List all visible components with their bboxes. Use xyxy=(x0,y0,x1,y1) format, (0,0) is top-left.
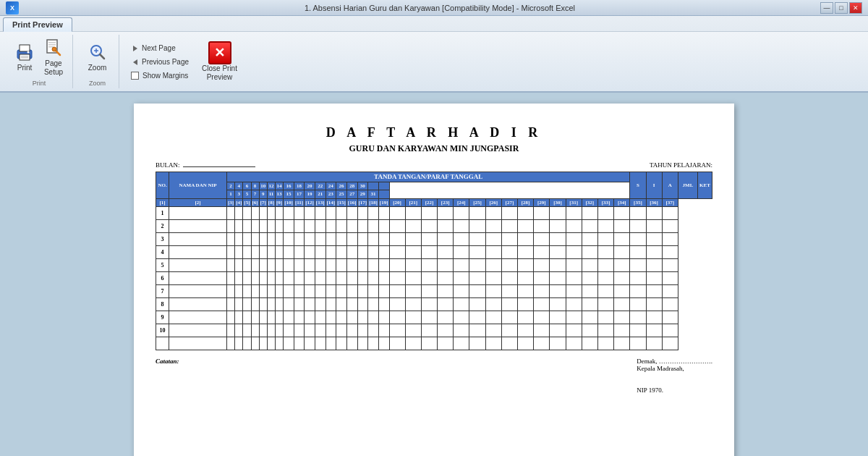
svg-rect-7 xyxy=(48,42,56,43)
paper: D A F T A R H A D I R GURU DAN KARYAWAN … xyxy=(134,104,734,456)
bulan-label: BULAN: xyxy=(156,161,180,169)
date-9: 9 xyxy=(259,190,267,198)
svg-rect-1 xyxy=(20,45,30,51)
zoom-button[interactable]: Zoom xyxy=(85,41,111,74)
idx-1: [1] xyxy=(156,198,169,206)
show-margins-button[interactable]: Show Margins xyxy=(128,70,192,81)
date-6: 6 xyxy=(243,182,251,190)
idx-7: [7] xyxy=(259,198,267,206)
attendance-table: NO. NAMA DAN NIP TANDA TANGAN/PARAF TANG… xyxy=(156,172,712,350)
idx-35: [35] xyxy=(630,198,646,206)
doc-title: D A F T A R H A D I R xyxy=(156,125,712,140)
date-19: 19 xyxy=(305,190,315,198)
a-header: A xyxy=(662,172,678,199)
table-row: 10 xyxy=(156,324,712,337)
bulan-value xyxy=(183,166,255,167)
ribbon: Print Preview Print xyxy=(0,16,868,93)
zoom-group-buttons: Zoom xyxy=(85,36,111,78)
idx-2: [2] xyxy=(169,198,227,206)
close-print-icon: ✕ xyxy=(208,41,231,64)
row-name-7 xyxy=(169,284,227,297)
previous-page-label: Previous Page xyxy=(142,58,189,66)
date-2: 2 xyxy=(227,182,235,190)
idx-9: [9] xyxy=(276,198,284,206)
idx-20: [20] xyxy=(389,198,405,206)
idx-27: [27] xyxy=(501,198,517,206)
idx-4: [4] xyxy=(235,198,243,206)
idx-32: [32] xyxy=(582,198,597,206)
date-24: 24 xyxy=(326,182,336,190)
zoom-label: Zoom xyxy=(88,64,107,72)
row-no-8: 8 xyxy=(156,297,169,311)
table-row: 5 xyxy=(156,258,712,271)
page-setup-icon xyxy=(43,38,64,58)
svg-line-15 xyxy=(100,54,104,59)
jml-header: JML xyxy=(678,172,697,199)
show-margins-checkbox xyxy=(131,72,139,80)
idx-25: [25] xyxy=(469,198,485,206)
svg-rect-3 xyxy=(21,56,28,57)
next-page-label: Next Page xyxy=(142,44,176,52)
idx-31: [31] xyxy=(566,198,582,206)
idx-24: [24] xyxy=(454,198,469,206)
tahun-label: TAHUN PELAJARAN: xyxy=(650,161,712,169)
idx-37: [37] xyxy=(662,198,678,206)
idx-29: [29] xyxy=(534,198,550,206)
demak-text: Demak, ……………………. xyxy=(637,358,712,365)
table-row: 7 xyxy=(156,284,712,297)
row-name-1 xyxy=(169,206,227,219)
row-no-5: 5 xyxy=(156,258,169,271)
bulan-field: BULAN: xyxy=(156,161,255,169)
page-setup-button[interactable]: PageSetup xyxy=(41,36,67,78)
zoom-group-label: Zoom xyxy=(89,80,106,87)
row-name-5 xyxy=(169,258,227,271)
footer: Catatan: Demak, ……………………. Kepala Madrasa… xyxy=(156,358,712,394)
row-no-7: 7 xyxy=(156,284,169,297)
close-print-preview-button[interactable]: ✕ Close PrintPreview xyxy=(197,40,242,83)
row-name-3 xyxy=(169,232,227,245)
row-no-10: 10 xyxy=(156,324,169,337)
catatan-section: Catatan: xyxy=(156,358,179,394)
ribbon-tab-bar: Print Preview xyxy=(0,16,868,31)
table-row: 1 xyxy=(156,206,712,219)
preview-nav: Next Page Previous Page Show Margins xyxy=(128,43,192,81)
previous-page-button[interactable]: Previous Page xyxy=(128,56,192,68)
minimize-button[interactable]: — xyxy=(820,2,833,14)
table-row: 3 xyxy=(156,232,712,245)
idx-3: [3] xyxy=(227,198,235,206)
idx-23: [23] xyxy=(438,198,454,206)
print-group: Print PageSetup xyxy=(6,35,73,88)
doc-meta: BULAN: TAHUN PELAJARAN: xyxy=(156,161,712,169)
close-button[interactable]: ✕ xyxy=(849,2,862,14)
date-21: 21 xyxy=(315,190,326,198)
doc-subtitle: GURU DAN KARYAWAN MIN JUNGPASIR xyxy=(156,143,712,154)
date-29: 29 xyxy=(357,190,368,198)
date-4: 4 xyxy=(235,182,243,190)
idx-36: [36] xyxy=(646,198,662,206)
row-no-1: 1 xyxy=(156,206,169,219)
next-page-icon xyxy=(131,44,140,53)
date-7: 7 xyxy=(251,190,259,198)
svg-rect-8 xyxy=(48,44,56,46)
print-preview-tab[interactable]: Print Preview xyxy=(3,17,72,32)
ket-header: KET xyxy=(698,172,712,199)
print-button[interactable]: Print xyxy=(12,41,38,74)
close-print-label: Close PrintPreview xyxy=(202,64,237,82)
catatan-label: Catatan: xyxy=(156,358,179,365)
maximize-button[interactable]: □ xyxy=(835,2,848,14)
row-name-2 xyxy=(169,219,227,232)
idx-14: [14] xyxy=(326,198,336,206)
date-14: 14 xyxy=(276,182,284,190)
date-17: 17 xyxy=(294,190,304,198)
print-label: Print xyxy=(17,64,33,72)
print-icon xyxy=(14,42,35,62)
window-title: 1. Absensi Harian Guru dan Karyawan [Com… xyxy=(6,4,868,12)
zoom-icon xyxy=(88,42,108,62)
nip-text: NIP 1970. xyxy=(637,387,712,394)
next-page-button[interactable]: Next Page xyxy=(128,43,192,54)
date-13: 13 xyxy=(276,190,284,198)
nama-nip-header: NAMA DAN NIP xyxy=(169,172,227,199)
idx-34: [34] xyxy=(614,198,630,206)
date-1: 1 xyxy=(227,190,235,198)
print-group-buttons: Print PageSetup xyxy=(12,36,67,78)
